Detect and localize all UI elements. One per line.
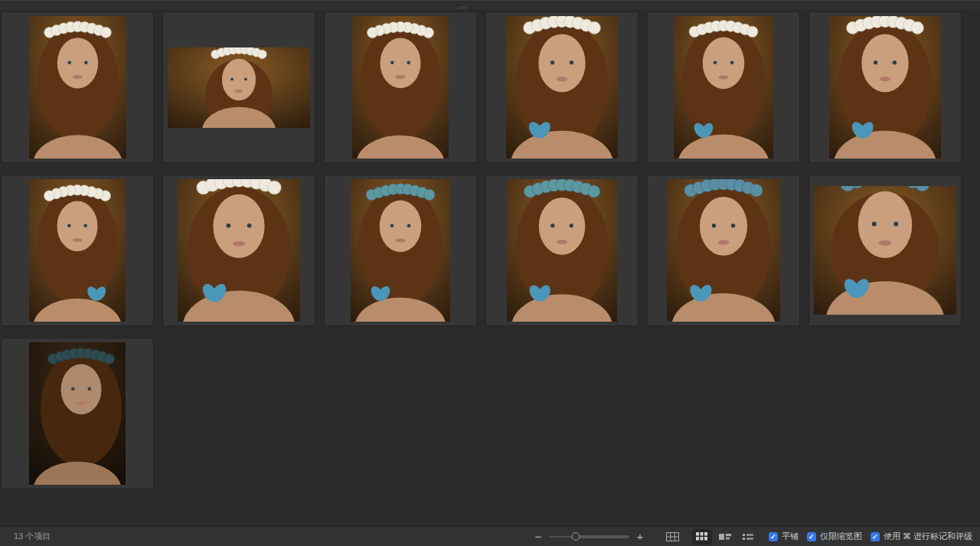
photo-thumbnail-card[interactable]: [325, 175, 476, 325]
photo-thumbnail-card[interactable]: [325, 12, 476, 162]
portrait-thumbnail: [674, 16, 773, 159]
photo-thumbnail-card[interactable]: [486, 175, 638, 325]
thumbnail-grid: [0, 10, 980, 526]
view-mode-group: [663, 529, 758, 544]
photo-thumbnail-card[interactable]: [809, 175, 961, 325]
photo-thumbnail-card[interactable]: [163, 12, 315, 162]
tile-label: 平铺: [782, 531, 799, 542]
portrait-thumbnail: [29, 179, 126, 322]
photo-thumbnail-card[interactable]: [809, 12, 961, 162]
contact-sheet-view-button[interactable]: [663, 529, 683, 544]
window-top-bar: [0, 0, 980, 10]
grid-view-button[interactable]: [692, 529, 712, 544]
content-view-icon: [719, 533, 731, 541]
divider-handle[interactable]: [458, 6, 469, 9]
thumbnails-only-label: 仅限缩览图: [820, 531, 862, 542]
status-bar: 13 个项目 − +: [0, 526, 980, 546]
portrait-thumbnail: [506, 16, 618, 159]
status-bar-controls: − +: [532, 529, 972, 544]
portrait-thumbnail: [667, 179, 780, 322]
portrait-thumbnail: [507, 179, 617, 322]
photo-thumbnail-card[interactable]: [163, 175, 315, 325]
zoom-out-button[interactable]: −: [532, 531, 544, 542]
tile-option: ✓ 平铺: [769, 531, 799, 542]
photo-thumbnail-card[interactable]: [648, 175, 799, 325]
portrait-thumbnail: [351, 179, 450, 322]
portrait-thumbnail: [829, 16, 941, 159]
photo-thumbnail-card[interactable]: [2, 175, 153, 325]
portrait-thumbnail: [178, 179, 300, 322]
list-view-button[interactable]: [738, 529, 758, 544]
photo-thumbnail-card[interactable]: [486, 12, 638, 162]
portrait-thumbnail: [168, 47, 310, 128]
portrait-thumbnail: [352, 16, 449, 159]
cmd-rating-label: 使用 ⌘ 进行标记和评级: [884, 531, 972, 542]
photo-thumbnail-card[interactable]: [2, 12, 153, 162]
portrait-thumbnail: [29, 16, 126, 159]
portrait-thumbnail: [29, 342, 126, 485]
photo-thumbnail-card[interactable]: [648, 12, 799, 162]
thumbnails-only-checkbox[interactable]: ✓: [807, 532, 816, 541]
tile-checkbox[interactable]: ✓: [769, 532, 778, 541]
content-view-button[interactable]: [715, 529, 735, 544]
zoom-slider[interactable]: [549, 531, 629, 542]
cmd-rating-option: ✓ 使用 ⌘ 进行标记和评级: [871, 531, 972, 542]
zoom-slider-knob[interactable]: [571, 532, 580, 541]
item-count-label: 13 个项目: [14, 531, 51, 542]
zoom-slider-track-right: [576, 535, 629, 538]
option-checkboxes: ✓ 平铺 ✓ 仅限缩览图 ✓ 使用 ⌘ 进行标记和评级: [769, 531, 972, 542]
grid-view-icon: [696, 532, 707, 541]
photo-thumbnail-card[interactable]: [2, 338, 153, 489]
portrait-thumbnail: [814, 186, 956, 315]
thumbnails-only-option: ✓ 仅限缩览图: [807, 531, 862, 542]
cmd-rating-checkbox[interactable]: ✓: [871, 532, 880, 541]
contact-sheet-icon: [666, 532, 679, 541]
zoom-in-button[interactable]: +: [634, 531, 646, 542]
list-view-icon: [743, 533, 753, 541]
